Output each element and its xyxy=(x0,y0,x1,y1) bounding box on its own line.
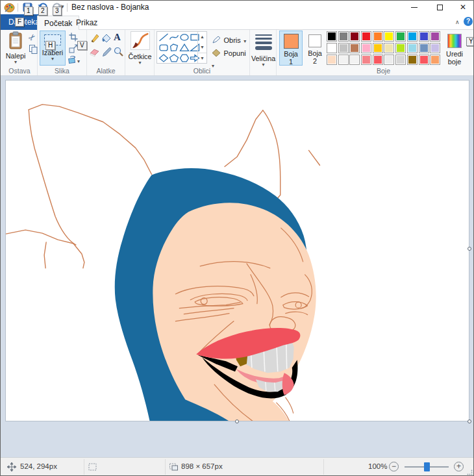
palette-color[interactable] xyxy=(419,31,429,42)
color1-label-line1: Boja xyxy=(280,50,302,58)
keytip-undo: 2 xyxy=(38,6,47,16)
drawing-canvas[interactable] xyxy=(5,80,469,421)
palette-color[interactable] xyxy=(361,43,371,53)
color1-swatch xyxy=(284,34,299,49)
canvas-resize-handle-corner[interactable] xyxy=(468,420,471,423)
palette-color[interactable] xyxy=(327,43,337,53)
palette-color[interactable] xyxy=(430,55,440,65)
shape-polygon[interactable] xyxy=(169,44,179,52)
group-tools: A Alatke xyxy=(87,30,125,75)
cut-icon[interactable]: ✂ xyxy=(26,31,38,43)
palette-color[interactable] xyxy=(373,55,383,65)
palette-color[interactable] xyxy=(373,31,383,42)
pencil-tool-icon[interactable] xyxy=(90,33,100,44)
shape-diamond[interactable] xyxy=(158,54,169,62)
palette-color[interactable] xyxy=(384,43,394,53)
paste-button[interactable]: Nalepi ▾ xyxy=(4,31,27,65)
cursor-position-value: 524, 294px xyxy=(20,462,57,470)
palette-color[interactable] xyxy=(395,43,406,53)
palette-color[interactable] xyxy=(419,43,429,53)
palette-color[interactable] xyxy=(349,43,360,53)
resize-grip-icon[interactable] xyxy=(467,470,473,475)
paste-dropdown-icon: ▾ xyxy=(4,60,27,65)
palette-color[interactable] xyxy=(361,55,371,65)
palette-color[interactable] xyxy=(361,31,371,42)
group-label-clipboard: Ostava xyxy=(2,67,37,75)
shape-hexagon[interactable] xyxy=(179,54,190,62)
size-dropdown-icon: ▾ xyxy=(251,62,275,68)
qat-dropdown-icon[interactable]: ▾ xyxy=(61,3,64,10)
palette-color[interactable] xyxy=(373,43,383,53)
brushes-dropdown-icon: ▾ xyxy=(127,60,153,66)
edit-colors-icon xyxy=(447,34,462,48)
zoom-out-button[interactable]: − xyxy=(389,462,399,471)
zoom-slider-thumb[interactable] xyxy=(424,462,430,471)
palette-color[interactable] xyxy=(327,31,337,42)
text-tool-icon[interactable]: A xyxy=(114,32,121,43)
shape-pentagon[interactable] xyxy=(169,54,179,62)
outline-button[interactable]: Obris ▾ xyxy=(212,34,246,45)
brushes-button[interactable]: Četkice ▾ xyxy=(127,31,153,66)
shapes-scroll-down[interactable]: ▼ xyxy=(198,42,206,53)
palette-color[interactable] xyxy=(349,55,360,65)
minimize-button[interactable] xyxy=(403,1,426,14)
tab-view[interactable]: Prikaz xyxy=(69,16,104,30)
keytip-save: 1 xyxy=(24,6,33,16)
status-separator-3 xyxy=(323,459,324,475)
palette-color[interactable] xyxy=(338,43,349,53)
maximize-button[interactable] xyxy=(428,1,451,14)
color2-button[interactable]: Boja 2 xyxy=(305,31,325,66)
collapse-ribbon-icon[interactable]: ∧ xyxy=(455,19,460,25)
shape-line[interactable] xyxy=(158,33,169,42)
palette-color[interactable] xyxy=(395,55,406,65)
crop-icon[interactable] xyxy=(69,32,78,42)
edit-colors-button[interactable]: Uredi boje xyxy=(441,31,468,66)
color-picker-tool-icon[interactable] xyxy=(101,47,112,57)
color1-button[interactable]: Boja 1 xyxy=(279,31,303,66)
size-icon xyxy=(255,34,272,50)
palette-color[interactable] xyxy=(407,55,418,65)
rotate-icon[interactable]: ▾ xyxy=(68,54,80,66)
shape-curve[interactable] xyxy=(169,33,179,42)
group-label-shapes: Oblici xyxy=(155,67,249,75)
keytip-home: H xyxy=(45,41,55,50)
group-image: Izaberi ▾ ▾ Slika xyxy=(38,30,87,75)
zoom-in-button[interactable]: + xyxy=(454,462,464,471)
palette-color[interactable] xyxy=(419,55,429,65)
palette-color[interactable] xyxy=(430,43,440,53)
ribbon: Nalepi ▾ ✂ Ostava Izaberi ▾ xyxy=(1,30,473,76)
keytip-redo: 3 xyxy=(53,6,62,16)
canvas-resize-handle-right[interactable] xyxy=(468,247,471,251)
color2-label-line1: Boja xyxy=(305,49,325,57)
palette-color[interactable] xyxy=(349,31,360,42)
palette-color[interactable] xyxy=(338,55,349,65)
copy-icon[interactable] xyxy=(29,44,38,55)
shapes-scroll-up[interactable]: ▲ xyxy=(198,32,206,42)
palette-color[interactable] xyxy=(384,55,394,65)
shape-ellipse[interactable] xyxy=(179,33,190,42)
canvas-resize-handle-bottom[interactable] xyxy=(235,420,239,423)
shape-rounded-rectangle[interactable] xyxy=(158,44,169,52)
palette-color[interactable] xyxy=(384,31,394,42)
shape-triangle[interactable] xyxy=(179,44,190,52)
app-logo-icon xyxy=(4,3,15,12)
shapes-gallery-more[interactable]: ▼ xyxy=(198,53,206,63)
palette-color[interactable] xyxy=(407,31,418,42)
fill-tool-icon[interactable] xyxy=(101,33,112,44)
palette-color[interactable] xyxy=(430,31,440,42)
shapes-scrollbar: ▲ ▼ ▼ xyxy=(197,32,206,63)
close-button[interactable]: ✕ xyxy=(451,1,474,14)
magnifier-tool-icon[interactable] xyxy=(114,47,124,57)
size-button[interactable]: Veličina ▾ xyxy=(251,31,275,68)
canvas-drawing xyxy=(6,81,469,421)
clipboard-icon xyxy=(8,31,23,49)
palette-color[interactable] xyxy=(338,31,349,42)
help-icon[interactable]: ? xyxy=(464,17,473,26)
edit-colors-label-line1: Uredi xyxy=(441,50,468,58)
palette-color[interactable] xyxy=(407,43,418,53)
palette-color[interactable] xyxy=(395,31,406,42)
fill-shape-icon xyxy=(212,49,221,57)
group-clipboard: Nalepi ▾ ✂ Ostava xyxy=(2,30,38,75)
eraser-tool-icon[interactable] xyxy=(90,47,100,57)
palette-color[interactable] xyxy=(327,55,337,65)
